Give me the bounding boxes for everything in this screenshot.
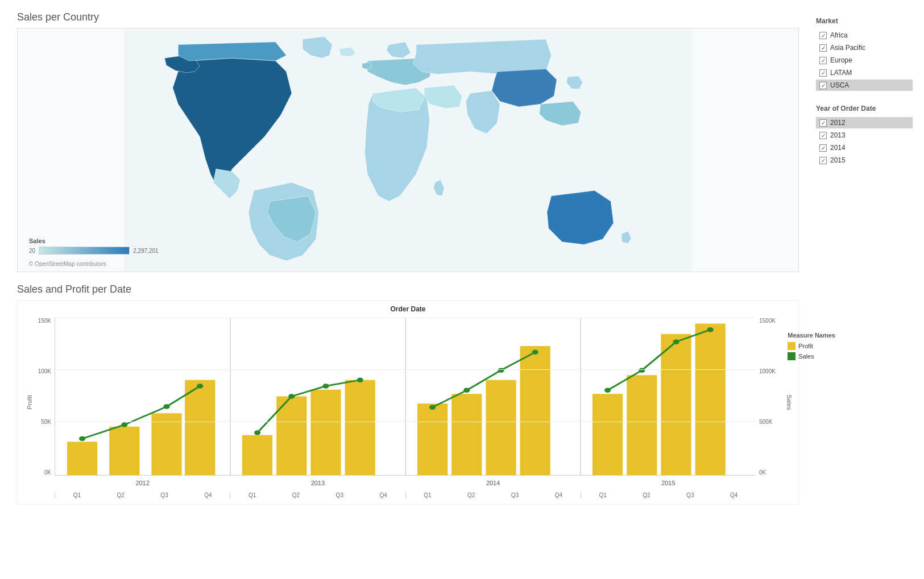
bar-2012-q3 <box>151 413 181 475</box>
bar-2015-q3 <box>661 334 691 475</box>
bar-2014-q2 <box>451 394 482 475</box>
bar-2013-q1 <box>242 435 272 475</box>
filter-europe-label: Europe <box>830 56 852 64</box>
line-dot-2013-q4 <box>357 377 363 382</box>
line-dot-2012-q3 <box>163 404 169 409</box>
bar-2015-q4 <box>695 324 726 475</box>
bar-2013-q4 <box>345 380 375 475</box>
filter-africa-label: Africa <box>830 31 848 39</box>
filter-usca[interactable]: ✓ USCA <box>816 80 913 91</box>
checkbox-2012[interactable]: ✓ <box>819 119 827 127</box>
line-dot-2014-q2 <box>463 388 470 393</box>
filter-2015[interactable]: ✓ 2015 <box>816 155 913 166</box>
legend-gradient-bar <box>39 247 130 255</box>
legend-color-sales <box>788 352 795 360</box>
y-right-1000k: 1000K <box>759 368 776 374</box>
checkbox-2014[interactable]: ✓ <box>819 144 827 152</box>
bar-2012-q1 <box>67 441 97 475</box>
filter-usca-label: USCA <box>830 81 849 89</box>
x-q1-2012: Q1 <box>55 492 99 498</box>
legend-label-sales: Sales <box>798 353 814 360</box>
australia-path <box>547 190 614 244</box>
filter-europe[interactable]: ✓ Europe <box>816 55 913 66</box>
checkbox-2013[interactable]: ✓ <box>819 132 827 139</box>
checkbox-usca[interactable]: ✓ <box>819 82 827 89</box>
x-year-2013: 2013 Q1 Q2 Q3 Q4 <box>230 492 405 498</box>
map-legend-label: Sales <box>29 238 159 244</box>
map-title: Sales per Country <box>17 11 799 23</box>
filter-africa[interactable]: ✓ Africa <box>816 30 913 41</box>
x-q3-2014: Q3 <box>493 492 537 498</box>
chart-section: Sales and Profit per Date Order Date Pro… <box>17 284 799 505</box>
filter-asia-pacific[interactable]: ✓ Asia Pacific <box>816 42 913 53</box>
bar-2015-q1 <box>592 394 623 475</box>
year-filter-title: Year of Order Date <box>816 105 913 113</box>
grid-66 <box>55 422 756 422</box>
x-q1-2013: Q1 <box>230 492 274 498</box>
sales-line-2013 <box>258 380 361 433</box>
chart-title: Sales and Profit per Date <box>17 284 799 295</box>
filter-2013-label: 2013 <box>830 131 846 139</box>
x-year-label-2014: 2014 <box>486 480 500 486</box>
x-quarters-2014: Q1 Q2 Q3 Q4 <box>406 492 581 498</box>
filter-2013[interactable]: ✓ 2013 <box>816 130 913 141</box>
x-q4-2014: Q4 <box>537 492 581 498</box>
x-q1-2014: Q1 <box>406 492 450 498</box>
legend-item-sales: Sales <box>788 352 835 360</box>
x-axis-labels: 2012 Q1 Q2 Q3 Q4 2013 Q1 Q2 Q <box>55 492 756 498</box>
x-q3-2012: Q3 <box>143 492 187 498</box>
checkbox-africa[interactable]: ✓ <box>819 32 827 39</box>
bar-2014-q1 <box>417 403 448 475</box>
filter-latam[interactable]: ✓ LATAM <box>816 67 913 78</box>
bar-2014-q3 <box>486 380 516 475</box>
line-dot-2013-q3 <box>322 384 329 389</box>
line-dot-2012-q2 <box>121 422 127 427</box>
checkbox-europe[interactable]: ✓ <box>819 57 827 64</box>
x-q2-2012: Q2 <box>99 492 143 498</box>
map-legend-bar: 20 2,297,201 <box>29 247 159 255</box>
legend-color-profit <box>788 342 795 350</box>
x-year-2012: 2012 Q1 Q2 Q3 Q4 <box>55 492 230 498</box>
bar-2012-q2 <box>109 427 139 475</box>
x-year-label-2012: 2012 <box>135 480 149 486</box>
y-left-100k: 100K <box>38 368 51 374</box>
filter-2014[interactable]: ✓ 2014 <box>816 142 913 153</box>
chart-axis-title: Order Date <box>18 305 798 313</box>
line-dot-2015-q4 <box>707 327 714 332</box>
y-right-1500k: 1500K <box>759 318 776 324</box>
filter-2012[interactable]: ✓ 2012 <box>816 117 913 128</box>
bar-2013-q3 <box>310 390 341 475</box>
checkbox-latam[interactable]: ✓ <box>819 69 827 77</box>
checkbox-asia-pacific[interactable]: ✓ <box>819 44 827 52</box>
line-dot-2012-q4 <box>197 384 203 389</box>
x-quarters-2012: Q1 Q2 Q3 Q4 <box>55 492 230 498</box>
market-filter-group: Market ✓ Africa ✓ Asia Pacific ✓ Europe … <box>816 17 913 91</box>
x-quarters-2013: Q1 Q2 Q3 Q4 <box>230 492 405 498</box>
checkbox-2015[interactable]: ✓ <box>819 157 827 164</box>
line-dot-2014-q3 <box>498 368 504 373</box>
y-right-500k: 500K <box>759 419 772 425</box>
x-year-2014: 2014 Q1 Q2 Q3 Q4 <box>405 492 581 498</box>
chart-draw-area <box>55 318 756 476</box>
legend-max: 2,297,201 <box>133 248 159 254</box>
bar-2012-q4 <box>185 380 215 475</box>
bar-2015-q2 <box>627 375 657 475</box>
sales-line-2015 <box>608 330 711 390</box>
chart-legend: Measure Names Profit Sales <box>788 332 835 363</box>
x-quarters-2015: Q1 Q2 Q3 Q4 <box>581 492 756 498</box>
legend-min: 20 <box>29 248 35 254</box>
line-dot-2015-q1 <box>604 388 611 393</box>
line-dot-2015-q3 <box>673 339 679 344</box>
x-q3-2013: Q3 <box>318 492 362 498</box>
y-axis-left: 150K 100K 50K 0K <box>18 318 55 476</box>
x-q2-2014: Q2 <box>449 492 493 498</box>
legend-item-profit: Profit <box>788 342 835 350</box>
sales-line-2012 <box>82 386 200 439</box>
filter-asia-pacific-label: Asia Pacific <box>830 44 865 52</box>
year-filter-group: Year of Order Date ✓ 2012 ✓ 2013 ✓ 2014 … <box>816 105 913 166</box>
line-dot-2013-q2 <box>288 394 295 399</box>
chart-container: Order Date Profit Sales 150K 100K 50K 0K <box>17 300 799 505</box>
x-q1-2015: Q1 <box>581 492 625 498</box>
line-dot-2012-q1 <box>79 436 85 441</box>
filters-panel: Market ✓ Africa ✓ Asia Pacific ✓ Europe … <box>810 11 924 505</box>
